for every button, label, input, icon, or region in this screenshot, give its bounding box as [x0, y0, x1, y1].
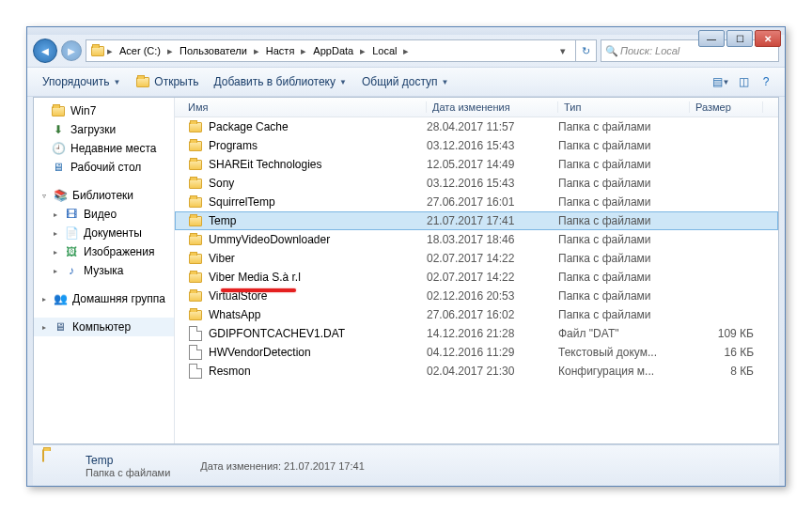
- file-row[interactable]: UmmyVideoDownloader18.03.2017 18:46Папка…: [175, 230, 778, 249]
- file-date: 12.05.2017 14:49: [427, 158, 558, 171]
- file-date: 28.04.2017 11:57: [427, 120, 558, 133]
- file-date: 21.07.2017 17:41: [427, 214, 558, 227]
- file-list: Имя Дата изменения Тип Размер Package Ca…: [175, 98, 778, 443]
- file-type: Файл "DAT": [558, 327, 690, 340]
- organize-button[interactable]: Упорядочить▼: [35, 71, 128, 92]
- folder-icon: [188, 138, 203, 153]
- video-icon: 🎞: [64, 207, 79, 222]
- file-row[interactable]: HWVendorDetection04.12.2016 11:29Текстов…: [175, 343, 778, 362]
- titlebar[interactable]: [27, 27, 785, 35]
- file-name: WhatsApp: [209, 308, 260, 321]
- file-type: Папка с файлами: [558, 308, 690, 321]
- details-pane: Temp Папка с файлами Дата изменения: 21.…: [33, 444, 779, 486]
- documents-icon: 📄: [64, 225, 79, 241]
- file-size: 16 КБ: [690, 346, 763, 359]
- folder-icon: [188, 270, 203, 285]
- file-row[interactable]: Resmon02.04.2017 21:30Конфигурация м...8…: [175, 362, 778, 381]
- folder-icon: [135, 74, 150, 89]
- file-row[interactable]: GDIPFONTCACHEV1.DAT14.12.2016 21:28Файл …: [175, 324, 778, 343]
- sidebar-item-music[interactable]: ▸♪Музыка: [34, 261, 174, 280]
- file-row[interactable]: Package Cache28.04.2017 11:57Папка с фай…: [175, 117, 778, 136]
- libraries-icon: 📚: [53, 188, 68, 203]
- breadcrumb-segment[interactable]: Пользователи: [175, 40, 252, 61]
- details-name: Temp: [86, 454, 170, 467]
- chevron-right-icon[interactable]: ▸: [105, 45, 115, 57]
- column-headers: Имя Дата изменения Тип Размер: [175, 98, 778, 117]
- collapse-icon[interactable]: ▿: [39, 192, 48, 200]
- sidebar-item[interactable]: ⬇Загрузки: [34, 120, 174, 139]
- column-header-name[interactable]: Имя: [182, 101, 427, 113]
- nav-back-button[interactable]: ◄: [33, 39, 57, 63]
- file-name: SquirrelTemp: [209, 195, 275, 209]
- dropdown-icon[interactable]: ▾: [558, 45, 568, 57]
- toolbar: Упорядочить▼ Открыть Добавить в библиоте…: [27, 67, 785, 97]
- expand-icon[interactable]: ▸: [39, 295, 48, 303]
- expand-icon[interactable]: ▸: [39, 323, 48, 332]
- file-type: Папка с файлами: [558, 195, 690, 209]
- view-options-button[interactable]: ▤▼: [710, 70, 732, 93]
- breadcrumb[interactable]: ▸ Acer (C:)▸ Пользователи▸ Настя▸ AppDat…: [86, 39, 597, 62]
- share-button[interactable]: Общий доступ▼: [354, 71, 457, 92]
- column-header-type[interactable]: Тип: [558, 101, 690, 113]
- help-button[interactable]: ?: [755, 70, 777, 93]
- file-row[interactable]: Temp21.07.2017 17:41Папка с файлами: [175, 211, 778, 230]
- file-type: Папка с файлами: [558, 271, 690, 284]
- file-date: 18.03.2017 18:46: [427, 233, 558, 246]
- close-button[interactable]: ✕: [755, 30, 781, 47]
- sidebar-item[interactable]: Win7: [34, 101, 174, 120]
- chevron-right-icon[interactable]: ▸: [358, 45, 367, 57]
- details-meta: Дата изменения: 21.07.2017 17:41: [200, 460, 364, 472]
- window-controls: — ☐ ✕: [698, 30, 781, 47]
- sidebar-item[interactable]: 🕘Недавние места: [34, 139, 174, 158]
- folder-icon: [188, 157, 203, 172]
- file-row[interactable]: Viber02.07.2017 14:22Папка с файлами: [175, 249, 778, 268]
- file-row[interactable]: Sony03.12.2016 15:43Папка с файлами: [175, 174, 778, 193]
- folder-icon: [51, 103, 66, 118]
- open-button[interactable]: Открыть: [128, 70, 206, 93]
- file-date: 03.12.2016 15:43: [427, 139, 558, 152]
- sidebar-item[interactable]: 🖥Рабочий стол: [34, 158, 174, 177]
- breadcrumb-segment[interactable]: Local: [367, 40, 401, 61]
- folder-icon: [188, 119, 203, 134]
- sidebar-item-images[interactable]: ▸🖼Изображения: [34, 242, 174, 261]
- chevron-right-icon[interactable]: ▸: [165, 45, 175, 57]
- breadcrumb-segment[interactable]: Acer (C:): [115, 40, 165, 61]
- chevron-right-icon[interactable]: ▸: [401, 45, 411, 57]
- sidebar-group-homegroup[interactable]: ▸👥Домашняя группа: [34, 289, 174, 308]
- preview-pane-button[interactable]: ◫: [732, 70, 755, 93]
- minimize-button[interactable]: —: [698, 30, 725, 47]
- folder-icon: [188, 251, 203, 266]
- file-icon: [188, 364, 203, 379]
- chevron-down-icon: ▼: [113, 78, 120, 86]
- file-row[interactable]: SHAREit Technologies12.05.2017 14:49Папк…: [175, 155, 778, 174]
- nav-forward-button[interactable]: ►: [61, 40, 82, 61]
- breadcrumb-segment[interactable]: AppData: [308, 40, 358, 61]
- file-type: Папка с файлами: [558, 214, 690, 227]
- breadcrumb-segment[interactable]: Настя: [261, 40, 300, 61]
- file-row[interactable]: SquirrelTemp27.06.2017 16:01Папка с файл…: [175, 193, 778, 211]
- chevron-right-icon[interactable]: ▸: [299, 45, 308, 57]
- file-type: Папка с файлами: [558, 120, 690, 133]
- chevron-right-icon[interactable]: ▸: [252, 45, 261, 57]
- add-to-library-button[interactable]: Добавить в библиотеку▼: [206, 71, 353, 92]
- file-name: Viber Media S.à r.l: [209, 271, 301, 284]
- sidebar-group-libraries[interactable]: ▿📚Библиотеки: [34, 186, 174, 205]
- sidebar-item-video[interactable]: ▸🎞Видео: [34, 205, 174, 224]
- file-name: UmmyVideoDownloader: [209, 233, 330, 246]
- column-header-date[interactable]: Дата изменения: [427, 101, 558, 113]
- recent-icon: 🕘: [51, 141, 66, 156]
- refresh-button[interactable]: ↻: [575, 40, 596, 61]
- file-row[interactable]: Programs03.12.2016 15:43Папка с файлами: [175, 136, 778, 155]
- file-row[interactable]: Viber Media S.à r.l02.07.2017 14:22Папка…: [175, 268, 778, 287]
- folder-icon: [188, 307, 203, 322]
- file-type: Текстовый докум...: [558, 346, 690, 359]
- sidebar-group-computer[interactable]: ▸🖥Компьютер: [34, 318, 174, 336]
- maximize-button[interactable]: ☐: [726, 30, 753, 47]
- file-icon: [188, 345, 203, 360]
- file-name: SHAREit Technologies: [209, 158, 322, 171]
- column-header-size[interactable]: Размер: [690, 101, 763, 113]
- file-row[interactable]: WhatsApp27.06.2017 16:02Папка с файлами: [175, 305, 778, 324]
- folder-icon: [188, 232, 203, 247]
- sidebar-item-documents[interactable]: ▸📄Документы: [34, 224, 174, 242]
- search-placeholder: Поиск: Local: [620, 45, 679, 56]
